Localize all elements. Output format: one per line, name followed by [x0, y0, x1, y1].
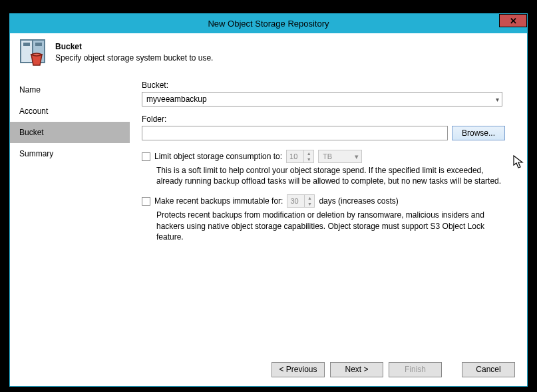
limit-label: Limit object storage consumption to:	[154, 152, 282, 161]
next-button[interactable]: Next >	[330, 362, 383, 377]
chevron-down-icon: ▾	[355, 152, 359, 161]
immutable-suffix: days (increases costs)	[319, 196, 398, 206]
sidebar-step-summary[interactable]: Summary	[10, 143, 130, 164]
cancel-button[interactable]: Cancel	[462, 362, 515, 377]
sidebar-step-name[interactable]: Name	[10, 79, 130, 100]
previous-button[interactable]: < Previous	[271, 362, 325, 377]
limit-unit-dropdown[interactable]: TB ▾	[318, 150, 362, 163]
header-title: Bucket	[55, 41, 213, 53]
chevron-down-icon: ▾	[496, 96, 499, 103]
dialog-window: New Object Storage Repository ✕ Bucket S…	[9, 13, 528, 387]
sidebar-step-account[interactable]: Account	[10, 100, 130, 122]
close-icon: ✕	[510, 16, 517, 26]
bucket-label: Bucket:	[142, 81, 515, 90]
header-description: Specify object storage system bucket to …	[55, 53, 213, 64]
titlebar[interactable]: New Object Storage Repository ✕	[10, 14, 527, 33]
immutable-help-text: Protects recent backups from modificatio…	[156, 210, 502, 242]
folder-input[interactable]	[142, 126, 448, 140]
svg-rect-4	[35, 43, 42, 46]
wizard-steps-sidebar: Name Account Bucket Summary	[10, 75, 130, 353]
limit-help-text: This is a soft limit to help control you…	[156, 165, 502, 186]
browse-button[interactable]: Browse...	[452, 126, 505, 140]
svg-rect-3	[23, 43, 30, 46]
limit-checkbox[interactable]	[142, 152, 150, 161]
finish-button: Finish	[389, 362, 442, 377]
bucket-value: myveeambackup	[146, 95, 207, 104]
folder-label: Folder:	[142, 114, 515, 124]
bucket-icon	[19, 39, 49, 67]
window-title: New Object Storage Repository	[10, 19, 527, 29]
wizard-footer: < Previous Next > Finish Cancel	[10, 353, 527, 386]
immutable-days-spinner[interactable]: 30 ▲▼	[287, 194, 315, 208]
sidebar-step-bucket[interactable]: Bucket	[10, 122, 130, 143]
close-button[interactable]: ✕	[499, 14, 527, 27]
wizard-content: Bucket: myveeambackup ▾ Folder: Browse..…	[130, 75, 527, 353]
immutable-checkbox[interactable]	[142, 197, 150, 206]
limit-value-spinner[interactable]: 10 ▲▼	[286, 150, 314, 163]
bucket-dropdown[interactable]: myveeambackup ▾	[142, 92, 502, 106]
wizard-header: Bucket Specify object storage system buc…	[10, 33, 527, 75]
immutable-label: Make recent backups immutable for:	[154, 196, 283, 206]
